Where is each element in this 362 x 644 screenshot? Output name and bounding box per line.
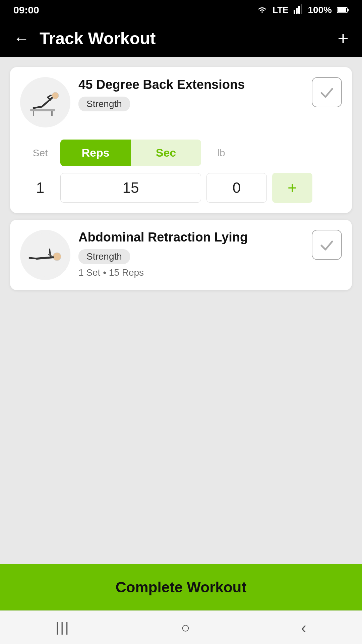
exercise-info-2: Abdominal Retraction Lying Strength 1 Se… [78,230,304,278]
complete-exercise-1-button[interactable] [312,77,342,107]
add-set-button-1[interactable]: + [272,173,312,203]
svg-rect-0 [294,10,295,14]
battery-icon [337,4,349,16]
exercise-tag-1: Strength [78,97,130,111]
exercise-name-1: 45 Degree Back Extensions [78,77,304,93]
svg-rect-5 [347,9,349,11]
svg-rect-13 [30,109,55,111]
exercise-tag-2: Strength [78,249,130,264]
status-right: LTE 100% [257,4,349,16]
back-nav-icon[interactable]: ‹ [301,618,307,637]
svg-point-7 [23,80,67,124]
menu-icon[interactable]: ||| [56,620,70,635]
lb-label-1: lb [201,147,241,159]
complete-workout-button[interactable]: Complete Workout [0,564,362,610]
exercise-info-1: 45 Degree Back Extensions Strength [78,77,304,111]
status-bar: 09:00 LTE 100% [0,0,362,20]
svg-point-8 [52,92,59,99]
signal-icon [294,4,302,16]
set-label-1: Set [20,147,60,159]
lb-input-1[interactable] [206,173,267,203]
exercise-name-2: Abdominal Retraction Lying [78,230,304,245]
svg-rect-6 [338,8,346,12]
status-time: 09:00 [13,4,39,16]
card-header-2: Abdominal Retraction Lying Strength 1 Se… [20,230,342,280]
page-title: Track Workout [40,29,338,48]
reps-input-1[interactable] [60,173,201,203]
svg-rect-2 [298,6,300,14]
back-button[interactable]: ← [13,31,29,47]
toggle-row-1: Set Reps Sec lb [20,140,342,166]
exercise-summary-2: 1 Set • 15 Reps [78,267,304,278]
app-header: ← Track Workout + [0,20,362,57]
exercise-card-1: 45 Degree Back Extensions Strength Set R… [10,67,352,213]
add-button[interactable]: + [338,29,349,48]
content-area: 45 Degree Back Extensions Strength Set R… [0,57,362,564]
svg-line-18 [37,257,53,259]
battery-percent: 100% [308,5,332,15]
exercise-avatar-1 [20,77,70,127]
sec-toggle-button[interactable]: Sec [131,140,201,166]
reps-sec-toggle: Reps Sec [60,140,201,166]
data-row-1: 1 + [20,173,342,203]
lte-label: LTE [273,5,288,15]
reps-toggle-button[interactable]: Reps [60,140,131,166]
svg-rect-1 [296,8,298,14]
svg-line-19 [29,258,37,259]
home-icon[interactable]: ○ [181,619,190,636]
card-header-1: 45 Degree Back Extensions Strength [20,77,342,127]
complete-exercise-2-button[interactable] [312,230,342,260]
wifi-icon [257,5,267,15]
svg-point-17 [53,253,61,261]
add-icon-1: + [288,180,297,196]
nav-bar: ||| ○ ‹ [0,610,362,644]
set-number-1: 1 [20,179,60,196]
svg-rect-3 [301,4,302,14]
exercise-card-2: Abdominal Retraction Lying Strength 1 Se… [10,220,352,290]
exercise-avatar-2 [20,230,70,280]
